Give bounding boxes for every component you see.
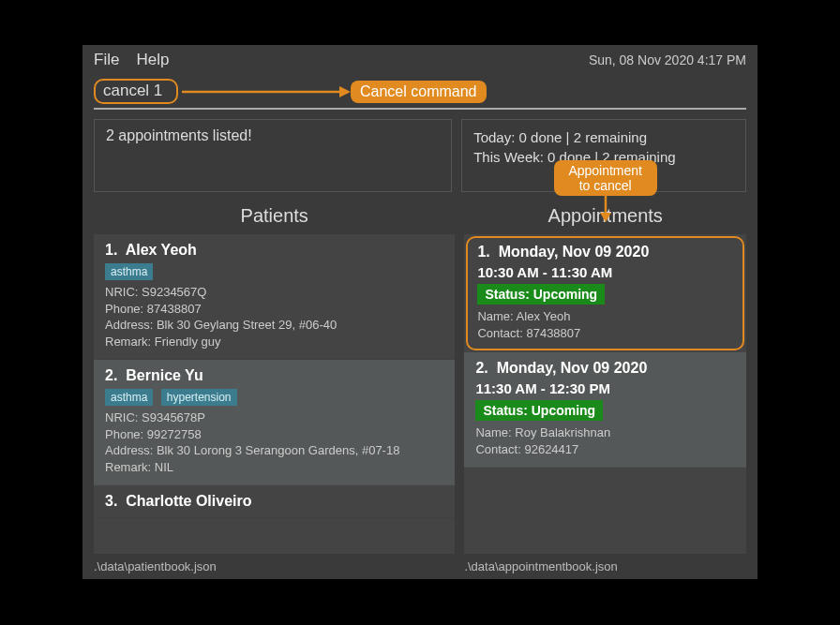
patient-remark: Remark: NIL — [105, 459, 443, 476]
patient-remark: Remark: Friendly guy — [105, 334, 443, 350]
appointment-name: Name: Roy Balakrishnan — [475, 424, 735, 441]
status-badge: Status: Upcoming — [477, 284, 605, 305]
clock-label: Sun, 08 Nov 2020 4:17 PM — [589, 52, 746, 67]
patients-panel: Patients 1. Alex Yeoh asthma NRIC: S9234… — [94, 201, 455, 554]
command-row: Cancel command — [82, 75, 758, 104]
patient-card[interactable]: 1. Alex Yeoh asthma NRIC: S9234567Q Phon… — [94, 234, 455, 360]
command-input-highlight — [94, 79, 178, 104]
patient-tags: asthma hypertension — [105, 388, 443, 406]
menu-file[interactable]: File — [94, 51, 119, 69]
patients-list[interactable]: 1. Alex Yeoh asthma NRIC: S9234567Q Phon… — [94, 234, 455, 554]
appointment-date: 1. Monday, Nov 09 2020 — [477, 244, 733, 260]
patient-card[interactable]: 3. Charlotte Oliveiro — [94, 485, 455, 518]
patient-address: Address: Blk 30 Lorong 3 Serangoon Garde… — [105, 442, 443, 459]
patient-address: Address: Blk 30 Geylang Street 29, #06-4… — [105, 317, 443, 334]
appointment-name: Name: Alex Yeoh — [477, 308, 733, 325]
summary-today: Today: 0 done | 2 remaining — [473, 127, 734, 147]
command-input[interactable] — [103, 82, 169, 100]
patient-nric: NRIC: S9345678P — [105, 409, 443, 426]
patients-title: Patients — [94, 201, 455, 234]
svg-marker-3 — [600, 213, 611, 222]
patient-phone: Phone: 99272758 — [105, 426, 443, 443]
cancel-command-callout: Cancel command — [351, 81, 487, 103]
appointment-date: 2. Monday, Nov 09 2020 — [475, 360, 735, 377]
menu-help[interactable]: Help — [136, 51, 169, 69]
appointments-panel: Appointment to cancel Appointments 1. Mo… — [464, 201, 746, 554]
appointment-card-highlighted[interactable]: 1. Monday, Nov 09 2020 10:30 AM - 11:30 … — [466, 236, 744, 350]
menubar: File Help Sun, 08 Nov 2020 4:17 PM — [82, 45, 758, 75]
footer-appointment-path: .\data\appointmentbook.json — [464, 559, 746, 573]
patient-name: 1. Alex Yeoh — [105, 242, 443, 259]
app-window: File Help Sun, 08 Nov 2020 4:17 PM Cance… — [82, 45, 758, 579]
appointment-contact: Contact: 92624417 — [475, 441, 735, 458]
appointment-to-cancel-callout: Appointment to cancel — [554, 160, 657, 196]
svg-marker-1 — [339, 86, 351, 97]
footer-patient-path: .\data\patientbook.json — [94, 559, 455, 573]
patient-card[interactable]: 2. Bernice Yu asthma hypertension NRIC: … — [94, 360, 455, 485]
patient-nric: NRIC: S9234567Q — [105, 284, 443, 301]
result-display: 2 appointments listed! — [94, 119, 452, 192]
footer-row: .\data\patientbook.json .\data\appointme… — [82, 554, 758, 579]
patient-tags: asthma — [105, 262, 443, 280]
tag: asthma — [105, 263, 153, 280]
result-text: 2 appointments listed! — [106, 127, 252, 143]
appointment-card[interactable]: 2. Monday, Nov 09 2020 11:30 AM - 12:30 … — [464, 352, 746, 468]
tag: asthma — [105, 389, 153, 406]
tag: hypertension — [161, 389, 237, 406]
main-row: Patients 1. Alex Yeoh asthma NRIC: S9234… — [82, 192, 758, 554]
appointments-list[interactable]: 1. Monday, Nov 09 2020 10:30 AM - 11:30 … — [464, 234, 746, 554]
arrow-down-icon — [598, 196, 613, 222]
patient-name: 2. Bernice Yu — [105, 367, 443, 384]
patient-name: 3. Charlotte Oliveiro — [105, 493, 443, 510]
patient-phone: Phone: 87438807 — [105, 301, 443, 318]
arrow-right-icon — [182, 82, 351, 101]
status-badge: Status: Upcoming — [475, 400, 603, 421]
appointment-contact: Contact: 87438807 — [477, 325, 733, 342]
appointment-time: 11:30 AM - 12:30 PM — [475, 380, 735, 396]
appointment-time: 10:30 AM - 11:30 AM — [477, 264, 733, 280]
